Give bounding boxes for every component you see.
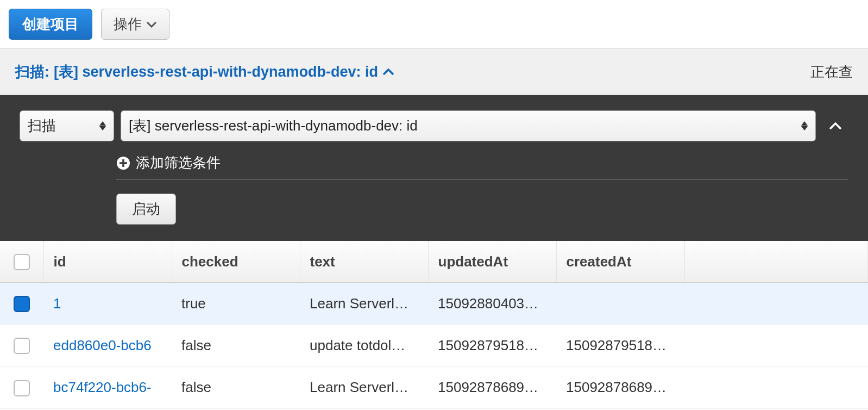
cell-checked: true bbox=[172, 283, 300, 325]
table-header-row: id checked text updatedAt createdAt bbox=[0, 241, 868, 283]
cell-id: edd860e0-bcb6 bbox=[43, 325, 172, 366]
cell-createdAt: 15092878689… bbox=[556, 366, 684, 408]
scan-control-panel: 扫描 [表] serverless-rest-api-with-dynamodb… bbox=[0, 95, 868, 241]
cell-updatedAt: 15092879518… bbox=[428, 325, 556, 366]
table-select[interactable]: [表] serverless-rest-api-with-dynamodb-de… bbox=[121, 110, 816, 141]
collapse-panel-button[interactable] bbox=[822, 119, 848, 133]
row-checkbox[interactable] bbox=[14, 338, 30, 354]
cell-text: Learn Serverl… bbox=[300, 283, 428, 325]
row-checkbox[interactable] bbox=[14, 296, 30, 312]
scan-title-toggle[interactable]: 扫描: [表] serverless-rest-api-with-dynamod… bbox=[15, 62, 394, 82]
cell-text: update totdol… bbox=[300, 325, 428, 366]
header-text[interactable]: text bbox=[300, 241, 428, 283]
divider bbox=[116, 179, 848, 179]
cell-createdAt: 15092879518… bbox=[556, 325, 684, 366]
header-id[interactable]: id bbox=[43, 241, 172, 283]
toolbar: 创建项目 操作 bbox=[0, 0, 868, 48]
id-link[interactable]: bc74f220-bcb6- bbox=[53, 379, 152, 395]
table-row[interactable]: 1trueLearn Serverl…15092880403… bbox=[0, 283, 868, 325]
cell-updatedAt: 15092880403… bbox=[428, 283, 556, 325]
header-checkbox-col bbox=[0, 241, 43, 283]
scan-title-prefix: 扫描: bbox=[15, 62, 49, 82]
cell-spacer bbox=[684, 283, 868, 325]
table-row[interactable]: bc74f220-bcb6-falseLearn Serverl…1509287… bbox=[0, 366, 868, 408]
row-checkbox-cell bbox=[0, 325, 43, 366]
header-checked[interactable]: checked bbox=[172, 241, 300, 283]
updown-icon bbox=[801, 121, 808, 131]
id-link[interactable]: edd860e0-bcb6 bbox=[53, 337, 152, 353]
row-checkbox-cell bbox=[0, 283, 43, 325]
plus-circle-icon bbox=[116, 156, 130, 170]
cell-updatedAt: 15092878689… bbox=[428, 366, 556, 408]
actions-label: 操作 bbox=[114, 15, 142, 34]
actions-dropdown-button[interactable]: 操作 bbox=[101, 9, 169, 40]
header-createdAt[interactable]: createdAt bbox=[556, 241, 684, 283]
cell-checked: false bbox=[172, 325, 300, 366]
cell-checked: false bbox=[172, 366, 300, 408]
cell-text: Learn Serverl… bbox=[300, 366, 428, 408]
row-checkbox[interactable] bbox=[14, 380, 30, 396]
table-row[interactable]: edd860e0-bcb6falseupdate totdol…15092879… bbox=[0, 325, 868, 366]
header-updatedAt[interactable]: updatedAt bbox=[428, 241, 556, 283]
cell-spacer bbox=[684, 325, 868, 366]
chevron-up-icon bbox=[382, 68, 394, 76]
scan-header: 扫描: [表] serverless-rest-api-with-dynamod… bbox=[0, 48, 868, 95]
select-all-checkbox[interactable] bbox=[14, 254, 30, 270]
scan-type-select[interactable]: 扫描 bbox=[20, 110, 114, 141]
header-spacer bbox=[684, 241, 868, 283]
chevron-down-icon bbox=[146, 21, 157, 28]
scan-type-value: 扫描 bbox=[28, 116, 56, 135]
cell-id: 1 bbox=[43, 283, 172, 325]
create-item-button[interactable]: 创建项目 bbox=[9, 9, 92, 40]
cell-spacer bbox=[684, 366, 868, 408]
updown-icon bbox=[99, 121, 106, 131]
results-table: id checked text updatedAt createdAt 1tru… bbox=[0, 241, 868, 409]
row-checkbox-cell bbox=[0, 366, 43, 408]
add-filter-label: 添加筛选条件 bbox=[136, 153, 221, 172]
scan-title-detail: [表] serverless-rest-api-with-dynamodb-de… bbox=[54, 62, 378, 82]
add-filter-button[interactable]: 添加筛选条件 bbox=[116, 153, 848, 172]
start-scan-button[interactable]: 启动 bbox=[116, 194, 176, 225]
table-select-value: [表] serverless-rest-api-with-dynamodb-de… bbox=[129, 116, 418, 135]
id-link[interactable]: 1 bbox=[53, 295, 61, 312]
cell-createdAt bbox=[556, 283, 684, 325]
cell-id: bc74f220-bcb6- bbox=[43, 366, 172, 408]
status-text: 正在查 bbox=[810, 63, 853, 82]
